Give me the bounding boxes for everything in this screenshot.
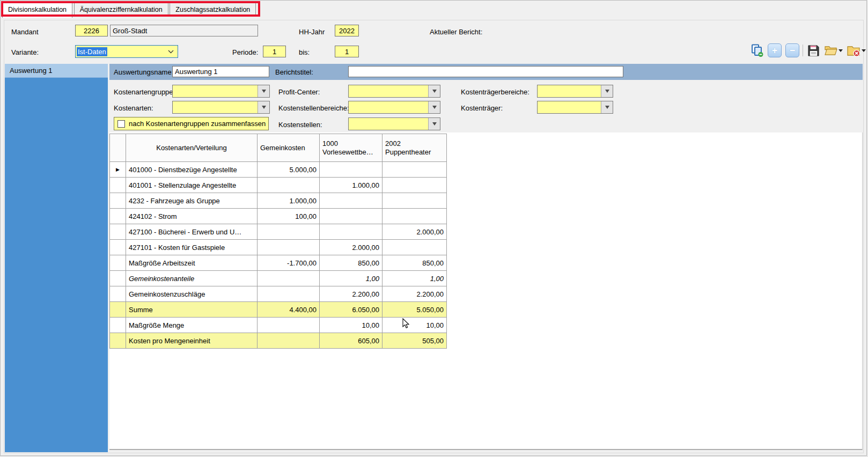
tab-aequivalenzziffernkalkulation[interactable]: Äquivalenzziffernkalkulation bbox=[74, 2, 168, 17]
zusammenfassen-checkbox[interactable] bbox=[117, 120, 125, 128]
cell-gemeinkosten[interactable]: 5.000,00 bbox=[258, 162, 320, 178]
column-header-kostenarten[interactable]: Kostenarten/Verteilung bbox=[126, 134, 258, 162]
cell-1000[interactable] bbox=[320, 224, 382, 240]
cell-1000[interactable]: 605,00 bbox=[320, 333, 382, 349]
cell-gemeinkosten[interactable] bbox=[258, 271, 320, 286]
current-row-marker[interactable]: ▶ bbox=[110, 162, 126, 178]
cell-kostenart[interactable]: Maßgröße Menge bbox=[126, 318, 258, 333]
table-row[interactable]: ▶401000 - Dienstbezüge Angestellte5.000,… bbox=[110, 162, 447, 178]
cell-gemeinkosten[interactable] bbox=[258, 178, 320, 193]
cell-1000[interactable] bbox=[320, 193, 382, 209]
cell-gemeinkosten[interactable] bbox=[258, 286, 320, 302]
cell-1000[interactable]: 6.050,00 bbox=[320, 302, 382, 318]
cell-1000[interactable] bbox=[320, 162, 382, 178]
remove-report-button[interactable]: − bbox=[785, 43, 799, 57]
cell-gemeinkosten[interactable]: -1.700,00 bbox=[258, 255, 320, 271]
cell-2002[interactable] bbox=[382, 178, 447, 193]
cell-kostenart[interactable]: Kosten pro Mengeneinheit bbox=[126, 333, 258, 349]
kostenstellenbereiche-combobox[interactable] bbox=[348, 101, 440, 114]
delete-report-button[interactable] bbox=[847, 45, 866, 57]
row-marker-cell[interactable] bbox=[110, 271, 126, 286]
dropdown-button[interactable] bbox=[601, 85, 613, 97]
sidebar-item-auswertung-1[interactable]: Auswertung 1 bbox=[5, 64, 108, 78]
row-marker-cell[interactable] bbox=[110, 224, 126, 240]
zusammenfassen-checkbox-panel[interactable]: nach Kostenartengruppen zusammenfassen bbox=[114, 117, 269, 130]
delete-dropdown-caret-icon[interactable] bbox=[862, 49, 866, 52]
row-marker-cell[interactable] bbox=[110, 178, 126, 193]
cell-kostenart[interactable]: 401001 - Stellenzulage Angestellte bbox=[126, 178, 258, 193]
row-marker-cell[interactable] bbox=[110, 302, 126, 318]
cell-gemeinkosten[interactable]: 100,00 bbox=[258, 209, 320, 224]
cell-kostenart[interactable]: 427101 - Kosten für Gastspiele bbox=[126, 240, 258, 255]
table-row[interactable]: Summe4.400,006.050,005.050,00 bbox=[110, 302, 447, 318]
dropdown-button[interactable] bbox=[601, 101, 613, 113]
kostenartengruppe-combobox[interactable] bbox=[172, 85, 270, 98]
kostenarten-combobox[interactable] bbox=[172, 101, 270, 114]
cell-1000[interactable]: 2.000,00 bbox=[320, 240, 382, 255]
table-row[interactable]: Kosten pro Mengeneinheit605,00505,00 bbox=[110, 333, 447, 349]
kostentraegerbereiche-combobox[interactable] bbox=[537, 85, 613, 98]
cell-2002[interactable] bbox=[382, 162, 447, 178]
hhjahr-field[interactable] bbox=[335, 25, 359, 36]
table-row[interactable]: Gemeinkostenzuschläge2.200,002.200,00 bbox=[110, 286, 447, 302]
table-row[interactable]: 4232 - Fahrzeuge als Gruppe1.000,00 bbox=[110, 193, 447, 209]
cell-gemeinkosten[interactable] bbox=[258, 333, 320, 349]
cell-kostenart[interactable]: Gemeinkostenzuschläge bbox=[126, 286, 258, 302]
copy-report-button[interactable] bbox=[750, 43, 764, 57]
cell-kostenart[interactable]: Summe bbox=[126, 302, 258, 318]
tab-zuschlagssatzkalkulation[interactable]: Zuschlagssatzkalkulation bbox=[170, 2, 256, 17]
open-report-button[interactable] bbox=[824, 45, 843, 56]
table-row[interactable]: 427101 - Kosten für Gastspiele2.000,00 bbox=[110, 240, 447, 255]
add-report-button[interactable]: + bbox=[768, 43, 782, 57]
kostenstellen-combobox[interactable] bbox=[348, 117, 440, 130]
auswertungsname-field[interactable] bbox=[172, 66, 269, 77]
cell-kostenart[interactable]: 427100 - Bücherei - Erwerb und U… bbox=[126, 224, 258, 240]
cell-kostenart[interactable]: Maßgröße Arbeitszeit bbox=[126, 255, 258, 271]
cell-kostenart[interactable]: 424102 - Strom bbox=[126, 209, 258, 224]
column-header-gemeinkosten[interactable]: Gemeinkosten bbox=[258, 134, 320, 162]
cell-1000[interactable] bbox=[320, 209, 382, 224]
tab-divisionskalkulation[interactable]: Divisionskalkulation bbox=[2, 2, 72, 18]
dropdown-button[interactable] bbox=[428, 101, 440, 113]
cell-gemeinkosten[interactable] bbox=[258, 224, 320, 240]
cell-1000[interactable]: 10,00 bbox=[320, 318, 382, 333]
table-row[interactable]: 427100 - Bücherei - Erwerb und U…2.000,0… bbox=[110, 224, 447, 240]
variante-combobox[interactable]: Ist-Daten bbox=[75, 45, 178, 58]
open-dropdown-caret-icon[interactable] bbox=[838, 49, 843, 52]
column-header-1000[interactable]: 1000 Vorlesewettbe… bbox=[320, 134, 382, 162]
cell-2002[interactable] bbox=[382, 240, 447, 255]
cell-kostenart[interactable]: Gemeinkostenanteile bbox=[126, 271, 258, 286]
table-row[interactable]: 424102 - Strom100,00 bbox=[110, 209, 447, 224]
table-row[interactable]: Maßgröße Arbeitszeit-1.700,00850,00850,0… bbox=[110, 255, 447, 271]
table-row[interactable]: Gemeinkostenanteile1,001,00 bbox=[110, 271, 447, 286]
dropdown-button[interactable] bbox=[258, 85, 269, 97]
cell-gemeinkosten[interactable]: 4.400,00 bbox=[258, 302, 320, 318]
cell-1000[interactable]: 2.200,00 bbox=[320, 286, 382, 302]
cell-kostenart[interactable]: 401000 - Dienstbezüge Angestellte bbox=[126, 162, 258, 178]
cell-1000[interactable]: 850,00 bbox=[320, 255, 382, 271]
berichtstitel-field[interactable] bbox=[348, 66, 623, 77]
cell-1000[interactable]: 1.000,00 bbox=[320, 178, 382, 193]
row-marker-cell[interactable] bbox=[110, 240, 126, 255]
table-row[interactable]: 401001 - Stellenzulage Angestellte1.000,… bbox=[110, 178, 447, 193]
cost-table[interactable]: Kostenarten/Verteilung Gemeinkosten 1000… bbox=[109, 134, 447, 349]
row-marker-cell[interactable] bbox=[110, 209, 126, 224]
row-marker-cell[interactable] bbox=[110, 286, 126, 302]
cell-2002[interactable]: 10,00 bbox=[382, 318, 447, 333]
mandant-code-field[interactable] bbox=[75, 25, 108, 36]
cell-2002[interactable]: 505,00 bbox=[382, 333, 447, 349]
cell-2002[interactable]: 1,00 bbox=[382, 271, 447, 286]
cell-2002[interactable]: 2.000,00 bbox=[382, 224, 447, 240]
row-marker-cell[interactable] bbox=[110, 318, 126, 333]
dropdown-button[interactable] bbox=[258, 101, 269, 113]
dropdown-button[interactable] bbox=[428, 118, 440, 130]
cell-kostenart[interactable]: 4232 - Fahrzeuge als Gruppe bbox=[126, 193, 258, 209]
cell-gemeinkosten[interactable] bbox=[258, 240, 320, 255]
cell-1000[interactable]: 1,00 bbox=[320, 271, 382, 286]
cell-gemeinkosten[interactable]: 1.000,00 bbox=[258, 193, 320, 209]
kostentraeger-combobox[interactable] bbox=[537, 101, 613, 114]
table-row[interactable]: Maßgröße Menge10,0010,00 bbox=[110, 318, 447, 333]
cell-2002[interactable] bbox=[382, 209, 447, 224]
dropdown-button[interactable] bbox=[428, 85, 440, 97]
row-marker-cell[interactable] bbox=[110, 193, 126, 209]
